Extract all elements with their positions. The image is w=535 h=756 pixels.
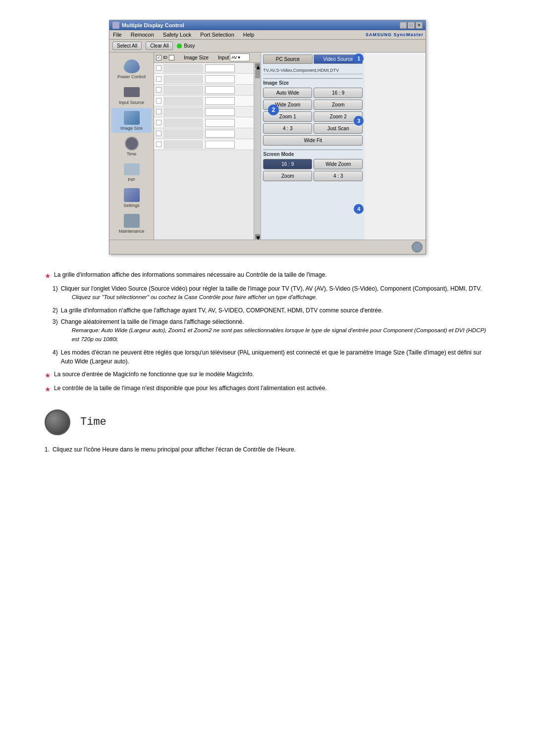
select-all-button[interactable]: Select All [112, 42, 142, 50]
ratio-4-3-button[interactable]: 4 : 3 [263, 123, 312, 134]
doc-num-1: 1) [53, 284, 58, 303]
row-input-cell[interactable] [205, 108, 235, 116]
row-checkbox[interactable] [156, 131, 161, 136]
row-checkbox[interactable] [156, 109, 161, 114]
table-row [154, 96, 254, 106]
center-area: ✓ ID Image Size Input AV ▼ [154, 52, 261, 240]
doc-item-3: 3) Change aléatoirement la taille de l'i… [53, 317, 490, 346]
sidebar-item-settings[interactable]: Settings [111, 185, 152, 210]
menu-help[interactable]: Help [242, 31, 256, 38]
scroll-thumb[interactable] [255, 69, 260, 78]
header-id: ID [163, 55, 167, 60]
restore-button[interactable]: □ [408, 22, 415, 29]
auto-wide-button[interactable]: Auto Wide [263, 88, 312, 98]
row-input-cell[interactable] [205, 86, 235, 94]
row-checkbox[interactable] [156, 142, 161, 147]
scrollbar[interactable]: ▲ ▼ [254, 63, 261, 240]
sidebar: Power Control Input Source Image Size [109, 52, 154, 240]
menu-port-selection[interactable]: Port Selection [199, 31, 235, 38]
row-checkbox[interactable] [156, 120, 161, 125]
sidebar-item-time[interactable]: Time [111, 134, 152, 158]
maintenance-label: Maintenance [119, 229, 145, 234]
menu-file[interactable]: File [111, 31, 123, 38]
source-tabs: PC Source Video Source [263, 54, 363, 64]
row-checkbox[interactable] [156, 87, 161, 93]
star-note-1-text: La grille d'information affiche des info… [54, 270, 327, 279]
time-doc-item-1-text: Cliquez sur l'icône Heure dans le menu p… [53, 445, 296, 454]
busy-indicator: Busy [177, 43, 195, 49]
table-row [154, 128, 254, 139]
table-row [154, 106, 254, 117]
input-icon-shape [124, 87, 140, 97]
sidebar-item-maintenance[interactable]: Maintenance [111, 211, 152, 236]
doc-item-3-content: Change aléatoirement la taille de l'imag… [61, 317, 490, 346]
star-note-3-text: Le contrôle de la taille de l'image n'es… [54, 384, 327, 393]
screen-wide-zoom-button[interactable]: Wide Zoom [314, 159, 363, 169]
sidebar-item-pip[interactable]: PIP [111, 159, 152, 184]
image-size-icon-shape [124, 111, 140, 125]
sidebar-item-image-size[interactable]: Image Size [111, 108, 152, 133]
doc-item-3-text: Change aléatoirement la taille de l'imag… [61, 318, 244, 325]
table-row [154, 85, 254, 96]
status-icon [412, 242, 423, 252]
screen-4-3-button[interactable]: 4 : 3 [314, 171, 363, 181]
busy-label: Busy [184, 43, 195, 49]
row-input-cell[interactable] [205, 141, 235, 149]
pc-source-tab[interactable]: PC Source [263, 54, 313, 64]
image-size-label: Image Size [120, 126, 143, 131]
row-checkbox[interactable] [156, 76, 161, 82]
close-button[interactable]: ✕ [416, 22, 423, 29]
row-input-cell[interactable] [205, 97, 235, 105]
screen-16-9-button[interactable]: 16 : 9 [263, 159, 312, 169]
scroll-up-arrow[interactable]: ▲ [255, 63, 260, 68]
title-bar-left: Multiple Display Control [112, 22, 184, 29]
row-checkbox[interactable] [156, 65, 161, 71]
maintenance-icon-shape [124, 214, 140, 228]
scroll-down-arrow[interactable]: ▼ [255, 234, 260, 239]
sidebar-item-input-source[interactable]: Input Source [111, 82, 152, 107]
row-image-cell [163, 140, 203, 149]
row-input-cell[interactable] [205, 64, 235, 72]
busy-dot [177, 44, 182, 49]
header-checkbox-1[interactable]: ✓ [156, 55, 161, 60]
clear-all-button[interactable]: Clear All [146, 42, 173, 50]
input-dropdown[interactable]: AV ▼ [230, 53, 250, 61]
image-size-title-text: Image Size [263, 80, 289, 86]
row-input-cell[interactable] [205, 75, 235, 83]
row-checkbox[interactable] [156, 98, 161, 103]
doc-item-4-text: Les modes d'écran ne peuvent être réglés… [61, 348, 490, 366]
header-checkbox-2[interactable] [169, 55, 174, 60]
dropdown-arrow-icon: ▼ [237, 55, 241, 60]
wide-fit-button[interactable]: Wide Fit [263, 135, 363, 146]
ratio-16-9-button[interactable]: 16 : 9 [314, 88, 363, 98]
table-row [154, 117, 254, 128]
minimize-button[interactable]: _ [400, 22, 407, 29]
row-image-cell [163, 75, 203, 84]
menu-remocon[interactable]: Remocon [129, 31, 156, 38]
screen-mode-title-text: Screen Mode [263, 151, 294, 157]
source-info: TV,AV,S-Video,Component,HDMI,DTV [263, 67, 363, 74]
row-input-cell[interactable] [205, 130, 235, 138]
input-value: AV [231, 55, 237, 60]
title-bar: Multiple Display Control _ □ ✕ [109, 20, 426, 30]
maintenance-icon [122, 213, 142, 229]
grid-col-input-header: Input [218, 55, 229, 60]
numbered-list: 1) Cliquer sur l'onglet Video Source (So… [53, 284, 490, 366]
toolbar: Select All Clear All Busy [109, 40, 426, 52]
sidebar-item-power-control[interactable]: Power Control [111, 56, 152, 81]
doc-item-1-text: Cliquer sur l'onglet Video Source (Sourc… [61, 285, 482, 292]
image-size-section-title: Image Size [263, 78, 363, 86]
settings-icon-shape [124, 188, 140, 202]
screen-zoom-button[interactable]: Zoom [263, 171, 312, 181]
row-image-cell [163, 118, 203, 127]
page-wrapper: Multiple Display Control _ □ ✕ File Remo… [0, 0, 535, 476]
doc-item-3-sub-text: Remarque: Auto Wide (Largeur auto), Zoom… [72, 327, 486, 342]
zoom-button[interactable]: Zoom [314, 100, 363, 110]
star-icon-2: ★ [45, 370, 51, 381]
menu-safety-lock[interactable]: Safety Lock [161, 31, 193, 38]
grid-rows: ▲ ▼ [154, 63, 261, 240]
star-note-3: ★ Le contrôle de la taille de l'image n'… [45, 384, 490, 395]
app-window: Multiple Display Control _ □ ✕ File Remo… [109, 20, 426, 254]
window-title: Multiple Display Control [122, 22, 184, 28]
row-input-cell[interactable] [205, 119, 235, 127]
